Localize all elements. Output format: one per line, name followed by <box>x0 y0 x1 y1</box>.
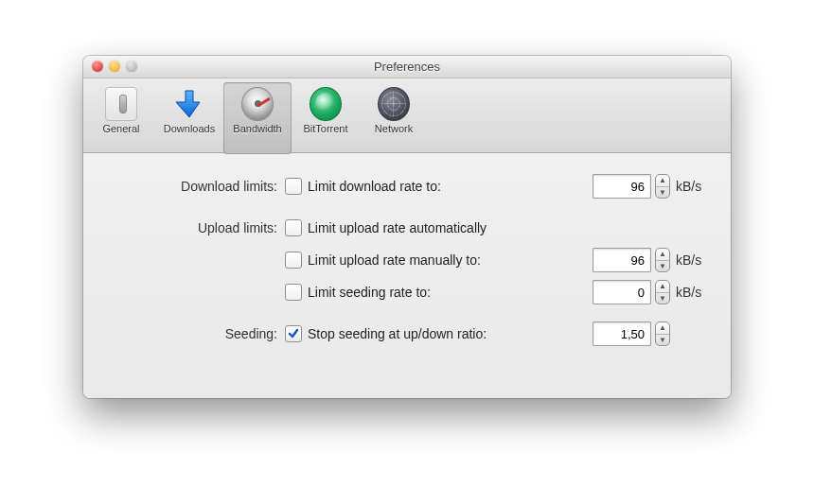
checkbox-limit-upload-manual[interactable] <box>285 252 302 269</box>
chevron-down-icon: ▼ <box>656 261 669 272</box>
stepper-seeding-rate[interactable]: ▲▼ <box>655 280 670 304</box>
chevron-down-icon: ▼ <box>656 187 669 199</box>
minimize-button[interactable] <box>109 61 120 72</box>
unit-label: kB/s <box>676 285 706 300</box>
unit-label: kB/s <box>676 252 706 268</box>
row-download-limit: Download limits: Limit download rate to:… <box>102 170 706 202</box>
row-upload-manual: Limit upload rate manually to: ▲▼ kB/s <box>102 244 706 276</box>
checkbox-limit-upload-auto[interactable] <box>285 219 302 236</box>
checkbox-limit-seeding-rate[interactable] <box>285 284 302 301</box>
download-arrow-icon <box>173 88 205 120</box>
tab-network[interactable]: Network <box>360 82 428 154</box>
tab-bittorrent[interactable]: BitTorrent <box>292 82 360 154</box>
tab-label: Network <box>375 123 413 134</box>
label-limit-download-rate: Limit download rate to: <box>308 179 441 194</box>
stepper-upload-rate[interactable]: ▲▼ <box>655 248 670 272</box>
label-limit-upload-manual: Limit upload rate manually to: <box>308 252 481 268</box>
tab-downloads[interactable]: Downloads <box>155 82 223 154</box>
gauge-icon <box>241 88 274 120</box>
window-controls <box>92 61 137 72</box>
window-title: Preferences <box>374 60 440 74</box>
tab-label: BitTorrent <box>303 123 347 134</box>
wave-icon <box>310 88 342 120</box>
checkbox-stop-seeding-ratio[interactable] <box>285 325 302 342</box>
chevron-down-icon: ▼ <box>656 335 669 346</box>
stepper-seeding-ratio[interactable]: ▲▼ <box>655 322 670 346</box>
chevron-up-icon: ▲ <box>656 175 669 187</box>
tab-label: Bandwidth <box>233 123 281 134</box>
tab-general[interactable]: General <box>87 82 155 154</box>
preferences-window: Preferences General Downloads Bandwidth … <box>83 56 731 398</box>
bandwidth-pane: Download limits: Limit download rate to:… <box>83 153 731 359</box>
row-stop-seeding-ratio: Seeding: Stop seeding at up/down ratio: … <box>102 318 706 350</box>
label-limit-upload-auto: Limit upload rate automatically <box>308 220 487 235</box>
input-download-rate[interactable] <box>593 174 651 199</box>
tab-label: Downloads <box>164 123 215 134</box>
switch-icon <box>105 88 137 120</box>
section-label-seeding: Seeding: <box>102 326 285 341</box>
globe-icon <box>378 88 410 120</box>
input-seeding-ratio[interactable] <box>593 322 651 346</box>
row-seeding-rate: Limit seeding rate to: ▲▼ kB/s <box>102 276 706 308</box>
titlebar[interactable]: Preferences <box>83 56 731 78</box>
label-limit-seeding-rate: Limit seeding rate to: <box>308 285 431 300</box>
tab-label: General <box>102 123 139 134</box>
chevron-down-icon: ▼ <box>656 293 669 304</box>
zoom-button[interactable] <box>126 61 137 72</box>
unit-label: kB/s <box>676 179 706 194</box>
label-stop-seeding-ratio: Stop seeding at up/down ratio: <box>308 326 487 341</box>
row-upload-auto: Upload limits: Limit upload rate automat… <box>102 212 706 244</box>
close-button[interactable] <box>92 61 103 72</box>
input-upload-rate[interactable] <box>593 248 651 272</box>
section-label-upload: Upload limits: <box>102 220 285 235</box>
input-seeding-rate[interactable] <box>593 280 651 304</box>
stepper-download-rate[interactable]: ▲▼ <box>655 174 670 199</box>
chevron-up-icon: ▲ <box>656 322 669 335</box>
chevron-up-icon: ▲ <box>656 249 669 261</box>
tab-bandwidth[interactable]: Bandwidth <box>223 82 292 154</box>
checkbox-limit-download-rate[interactable] <box>285 178 302 195</box>
chevron-up-icon: ▲ <box>656 281 669 293</box>
preferences-toolbar: General Downloads Bandwidth BitTorrent N… <box>83 78 731 153</box>
section-label-download: Download limits: <box>102 179 285 194</box>
